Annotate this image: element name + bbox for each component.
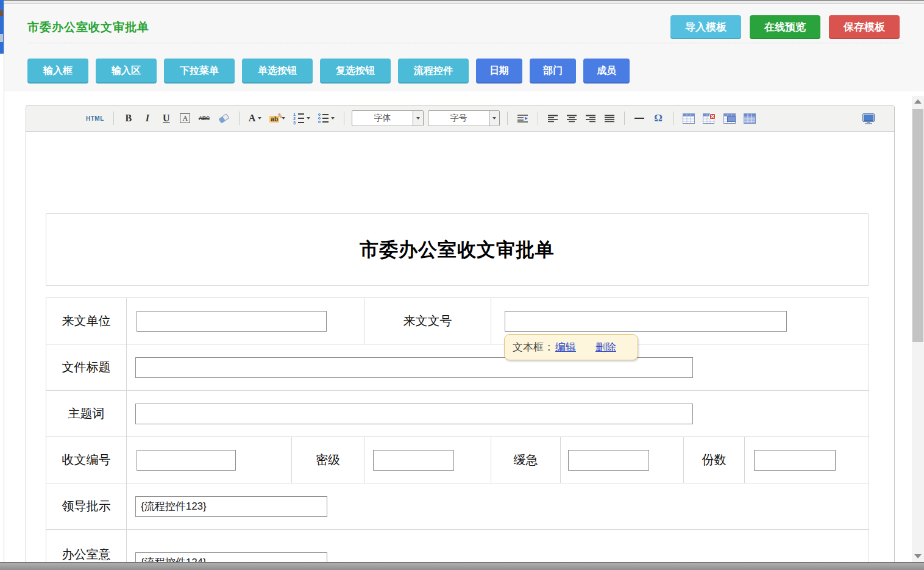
security-level-input[interactable] <box>373 450 454 471</box>
table-properties-button[interactable] <box>742 110 758 127</box>
special-char-button[interactable]: Ω <box>651 110 666 127</box>
remove-format-button[interactable] <box>216 110 232 127</box>
monitor-icon <box>862 113 875 124</box>
subject-words-input[interactable] <box>135 404 693 424</box>
fullscreen-button[interactable] <box>860 110 877 127</box>
header-divider <box>27 43 903 43</box>
widget-radio-button[interactable]: 单选按钮 <box>242 59 313 84</box>
tooltip-label: 文本框： <box>513 340 554 354</box>
chevron-down-icon <box>307 117 310 119</box>
online-preview-button[interactable]: 在线预览 <box>750 15 820 39</box>
font-family-select[interactable]: 字体 <box>352 110 424 126</box>
cell-properties-button[interactable] <box>722 110 737 127</box>
toolbar-separator <box>344 112 344 125</box>
document-title: 市委办公室收文审批单 <box>360 237 555 263</box>
font-size-value: 字号 <box>428 113 489 124</box>
bold-button[interactable]: B <box>121 110 136 127</box>
font-family-value: 字体 <box>352 113 413 124</box>
document-title-box: 市委办公室收文审批单 <box>46 213 869 286</box>
pencil-icon: ✎ <box>277 112 283 120</box>
align-justify-button[interactable] <box>602 110 617 127</box>
ordered-list-icon: 1 2 3 <box>293 113 304 124</box>
textbox-tooltip: 文本框： 编辑 删除 <box>504 334 638 360</box>
table-row: 领导批示 <box>46 483 869 530</box>
italic-button[interactable]: I <box>140 110 155 127</box>
table-properties-icon <box>744 113 756 124</box>
edit-link[interactable]: 编辑 <box>555 340 576 354</box>
urgency-input[interactable] <box>568 450 649 471</box>
ordered-list-button[interactable]: 1 2 3 <box>291 110 312 127</box>
eraser-icon <box>218 113 230 124</box>
delete-link[interactable]: 删除 <box>595 340 616 354</box>
horizontal-rule-button[interactable] <box>632 110 647 127</box>
insert-table-button[interactable] <box>681 110 697 127</box>
select-arrow[interactable] <box>413 111 423 126</box>
window-top-edge <box>0 0 924 4</box>
strikethrough-icon: ABC <box>199 115 210 121</box>
align-justify-icon <box>605 115 614 123</box>
omega-icon: Ω <box>654 112 663 124</box>
scrollbar-down-arrow[interactable] <box>914 554 922 558</box>
unordered-list-icon <box>318 113 329 123</box>
label-subject-words: 主题词 <box>46 391 127 437</box>
select-arrow[interactable] <box>489 111 499 126</box>
indent-icon <box>517 114 528 123</box>
font-color-button[interactable]: A <box>247 110 264 127</box>
widget-member-button[interactable]: 成员 <box>583 59 630 84</box>
widget-dropdown-button[interactable]: 下拉菜单 <box>164 59 235 84</box>
window-bottom-edge <box>0 562 924 570</box>
indent-button[interactable] <box>515 110 530 127</box>
delete-table-button[interactable] <box>701 110 717 127</box>
page-title: 市委办公室收文审批单 <box>27 20 149 35</box>
font-size-select[interactable]: 字号 <box>428 110 500 126</box>
align-left-icon <box>548 115 558 123</box>
align-right-button[interactable] <box>583 110 598 127</box>
background-window-fragment <box>0 0 4 54</box>
html-source-button[interactable]: HTML <box>84 110 106 127</box>
unordered-list-button[interactable] <box>316 110 336 127</box>
widget-department-button[interactable]: 部门 <box>530 59 576 84</box>
highlight-color-button[interactable]: ab ✎ <box>268 110 287 127</box>
widget-textarea-button[interactable]: 输入区 <box>96 59 157 84</box>
widget-toolbar: 输入框 输入区 下拉菜单 单选按钮 复选按钮 流程控件 日期 部门 成员 <box>27 59 630 84</box>
scrollbar-thumb[interactable] <box>912 109 923 342</box>
align-center-button[interactable] <box>564 110 579 127</box>
widget-input-box-button[interactable]: 输入框 <box>27 59 88 84</box>
toolbar-separator <box>624 112 625 125</box>
toolbar-separator <box>507 112 508 125</box>
receipt-number-input[interactable] <box>137 450 236 471</box>
editor-content[interactable]: 市委办公室收文审批单 来文单位 来文文号 文件标题 主题词 收文 <box>26 213 894 570</box>
align-left-button[interactable] <box>546 110 560 127</box>
incoming-doc-number-input[interactable] <box>505 311 787 332</box>
underline-icon: U <box>163 113 170 124</box>
toolbar-separator <box>538 112 538 125</box>
toolbar-separator <box>113 112 114 125</box>
approval-form-table: 来文单位 来文文号 文件标题 主题词 收文编号 密级 缓急 份数 <box>46 297 869 570</box>
label-incoming-doc-number: 来文文号 <box>364 298 491 344</box>
char-border-icon: A <box>180 113 190 123</box>
bold-icon: B <box>125 113 132 124</box>
cell-properties-icon <box>723 113 736 124</box>
scrollbar-up-arrow[interactable] <box>914 99 922 104</box>
label-incoming-unit: 来文单位 <box>46 298 127 344</box>
copies-input[interactable] <box>754 450 836 471</box>
leader-instructions-input[interactable] <box>135 496 327 517</box>
underline-button[interactable]: U <box>159 110 174 127</box>
horizontal-rule-icon <box>634 118 644 119</box>
background-window-icon-fragment <box>0 10 3 16</box>
align-center-icon <box>567 115 577 123</box>
incoming-unit-input[interactable] <box>137 311 327 332</box>
widget-flow-control-button[interactable]: 流程控件 <box>398 59 469 84</box>
toolbar-separator <box>239 112 240 125</box>
page-scrollbar[interactable] <box>912 96 924 562</box>
import-template-button[interactable]: 导入模板 <box>670 15 741 39</box>
label-security-level: 密级 <box>292 437 364 483</box>
widget-date-button[interactable]: 日期 <box>476 59 522 84</box>
save-template-button[interactable]: 保存模板 <box>829 15 900 39</box>
strikethrough-button[interactable]: ABC <box>197 110 211 127</box>
font-color-icon: A <box>249 113 256 124</box>
delete-table-icon <box>703 113 716 124</box>
align-right-icon <box>586 115 595 123</box>
widget-checkbox-button[interactable]: 复选按钮 <box>320 59 391 84</box>
char-border-button[interactable]: A <box>178 110 193 127</box>
